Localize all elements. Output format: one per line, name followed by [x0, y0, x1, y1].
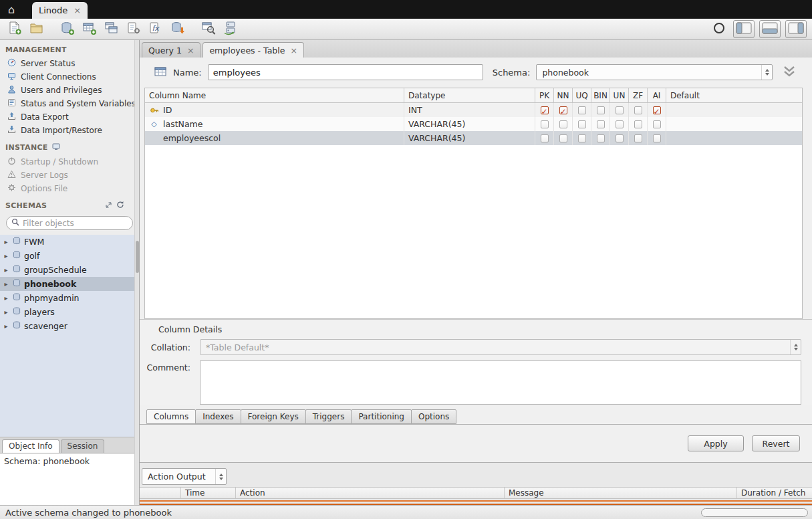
sidebar-item-data-import[interactable]: Data Import/Restore [0, 124, 139, 137]
comment-textarea[interactable] [200, 360, 801, 405]
schema-row-golf[interactable]: ▸ golf [0, 249, 139, 263]
un-checkbox[interactable] [616, 120, 624, 128]
new-sql-tab-button[interactable] [5, 21, 24, 38]
zf-checkbox[interactable] [634, 134, 642, 142]
bin-checkbox[interactable] [597, 106, 605, 114]
apply-button[interactable]: Apply [688, 435, 744, 451]
expander-icon[interactable]: ▸ [3, 266, 9, 274]
nn-checkbox[interactable] [559, 106, 567, 114]
tab-options[interactable]: Options [411, 409, 456, 424]
expander-icon[interactable]: ▸ [3, 322, 9, 330]
toggle-left-panel-button[interactable] [733, 20, 755, 38]
pk-checkbox[interactable] [541, 134, 549, 142]
expander-icon[interactable]: ▸ [3, 280, 9, 288]
sidebar-item-client-connections[interactable]: Client Connections [0, 70, 139, 84]
table-name-input[interactable] [208, 64, 483, 80]
tab-query-1[interactable]: Query 1 × [142, 42, 200, 58]
expander-icon[interactable]: ▸ [3, 308, 9, 316]
ai-checkbox[interactable] [653, 134, 661, 142]
toggle-right-panel-button[interactable] [785, 20, 807, 38]
tab-partitioning[interactable]: Partitioning [351, 409, 412, 424]
tab-employees-table[interactable]: employees - Table × [202, 42, 303, 58]
new-function-button[interactable]: fx [146, 21, 165, 38]
tab-object-info[interactable]: Object Info [2, 439, 59, 453]
tab-foreign-keys[interactable]: Foreign Keys [241, 409, 306, 424]
close-icon[interactable]: × [290, 45, 297, 56]
columns-grid: Column Name Datatype PK NN UQ BIN UN ZF … [144, 88, 803, 319]
tab-indexes[interactable]: Indexes [195, 409, 241, 424]
new-sql-tab-icon [7, 21, 22, 37]
schema-row-fwm[interactable]: ▸ FWM [0, 235, 139, 249]
schema-row-phpmyadmin[interactable]: ▸ phpmyadmin [0, 291, 139, 305]
bin-checkbox[interactable] [597, 134, 605, 142]
sidebar-scrollbar[interactable] [134, 40, 139, 505]
filter-objects-input[interactable] [23, 219, 128, 228]
pk-checkbox[interactable] [541, 106, 549, 114]
schema-row-scavenger[interactable]: ▸ scavenger [0, 319, 139, 333]
new-schema-button[interactable] [58, 21, 77, 38]
zf-checkbox[interactable] [634, 106, 642, 114]
schema-row-groupschedule[interactable]: ▸ groupSchedule [0, 263, 139, 277]
sidebar-item-server-logs[interactable]: Server Logs [0, 169, 139, 182]
nn-checkbox[interactable] [559, 134, 567, 142]
uq-checkbox[interactable] [578, 106, 586, 114]
sidebar-item-data-export[interactable]: Data Export [0, 110, 139, 124]
search-table-data-button[interactable] [199, 21, 218, 38]
schema-label: Schema: [493, 68, 531, 78]
un-checkbox[interactable] [616, 106, 624, 114]
expander-icon[interactable]: ▸ [3, 294, 9, 302]
connection-tab-linode[interactable]: Linode × [32, 2, 88, 19]
column-row-lastname[interactable]: ◇ lastName VARCHAR(45) [145, 117, 802, 131]
column-row-id[interactable]: ID INT [145, 103, 802, 117]
new-table-button[interactable] [80, 21, 99, 38]
uq-checkbox[interactable] [578, 134, 586, 142]
expand-schemas-icon[interactable] [105, 201, 112, 211]
tab-triggers[interactable]: Triggers [305, 409, 352, 424]
bin-checkbox[interactable] [597, 120, 605, 128]
schema-icon [13, 279, 21, 289]
new-function-icon: fx [148, 21, 163, 37]
expander-icon[interactable]: ▸ [3, 252, 9, 260]
close-icon[interactable]: × [187, 45, 194, 56]
un-checkbox[interactable] [616, 134, 624, 142]
pk-checkbox[interactable] [541, 120, 549, 128]
grid-empty-area[interactable] [145, 145, 802, 318]
collation-dropdown[interactable]: *Table Default* [200, 339, 801, 355]
toggle-left-panel-icon [736, 22, 752, 36]
tab-session[interactable]: Session [61, 439, 105, 453]
schema-row-players[interactable]: ▸ players [0, 305, 139, 319]
expand-header-chevron-icon[interactable] [781, 65, 797, 80]
reconnect-server-button[interactable] [221, 21, 240, 38]
sidebar-item-options-file[interactable]: Options File [0, 182, 139, 195]
toggle-bottom-panel-button[interactable] [759, 20, 781, 38]
column-row-employeescol[interactable]: employeescol VARCHAR(45) [145, 131, 802, 145]
refresh-schemas-icon[interactable] [116, 201, 124, 211]
horizontal-scrollbar-thumb[interactable] [701, 508, 808, 517]
uq-checkbox[interactable] [578, 120, 586, 128]
sidebar-item-system-variables[interactable]: Status and System Variables [0, 97, 139, 110]
sidebar-scrollbar-thumb[interactable] [136, 241, 139, 273]
zf-checkbox[interactable] [634, 120, 642, 128]
schema-dropdown[interactable]: phonebook [536, 64, 773, 80]
open-sql-script-button[interactable] [27, 21, 46, 38]
new-procedure-button[interactable] [124, 21, 143, 38]
revert-button[interactable]: Revert [752, 435, 800, 451]
activity-circle-button[interactable] [710, 21, 728, 38]
schema-row-phonebook[interactable]: ▸ phonebook [0, 277, 139, 291]
collation-label: Collation: [140, 342, 190, 352]
nn-checkbox[interactable] [559, 120, 567, 128]
sidebar-item-users-privileges[interactable]: Users and Privileges [0, 84, 139, 97]
schema-icon [13, 251, 21, 261]
action-output-selector[interactable]: Action Output [142, 468, 227, 485]
ai-checkbox[interactable] [653, 120, 661, 128]
new-view-button[interactable] [102, 21, 121, 38]
options-file-icon [7, 183, 16, 194]
home-button[interactable]: ⌂ [0, 0, 23, 19]
tab-columns[interactable]: Columns [146, 409, 196, 424]
ai-checkbox[interactable] [653, 106, 661, 114]
sidebar-item-startup-shutdown[interactable]: Startup / Shutdown [0, 155, 139, 169]
data-import-button[interactable] [168, 21, 187, 38]
sidebar-item-server-status[interactable]: Server Status [0, 57, 139, 70]
expander-icon[interactable]: ▸ [3, 238, 9, 245]
close-icon[interactable]: × [74, 5, 81, 15]
